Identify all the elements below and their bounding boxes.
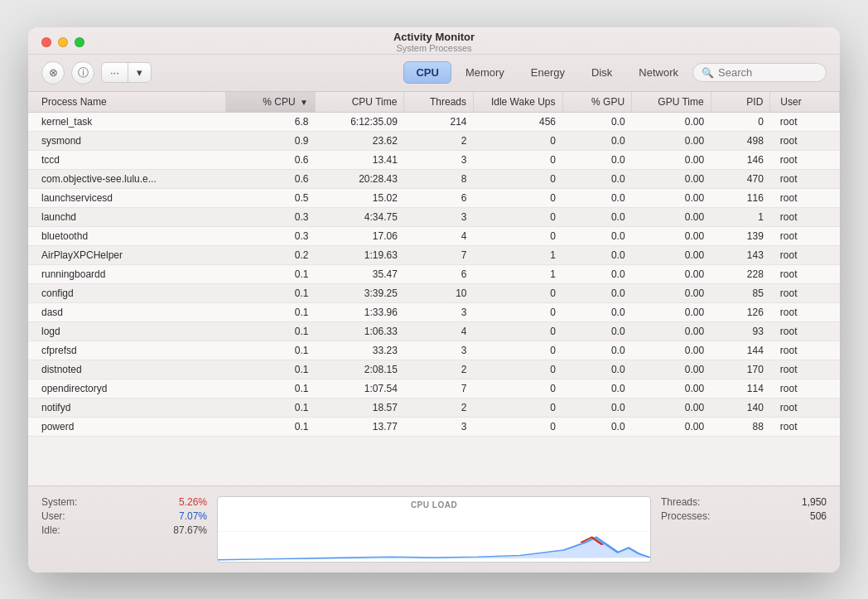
table-row[interactable]: kernel_task 6.8 6:12:35.09 214 456 0.0 0… (28, 112, 840, 131)
cell-cpu: 0.3 (226, 226, 316, 245)
cell-user: root (770, 398, 840, 417)
table-row[interactable]: powerd 0.1 13.77 3 0 0.0 0.00 88 root (28, 417, 840, 436)
col-header-process[interactable]: Process Name (28, 92, 226, 113)
cell-cputime: 1:07.54 (315, 379, 404, 398)
cell-pid: 144 (711, 341, 770, 360)
tab-network[interactable]: Network (626, 61, 691, 84)
cell-user: root (770, 379, 840, 398)
cell-process: powerd (28, 417, 226, 436)
system-stat-row: System: 5.26% (41, 496, 207, 508)
cell-threads: 214 (404, 112, 474, 131)
cell-cputime: 13.77 (315, 417, 404, 436)
table-row[interactable]: launchservicesd 0.5 15.02 6 0 0.0 0.00 1… (28, 188, 840, 207)
cell-idle: 0 (474, 417, 563, 436)
app-title: Activity Monitor System Processes (393, 31, 475, 53)
tab-disk[interactable]: Disk (579, 61, 624, 84)
table-row[interactable]: dasd 0.1 1:33.96 3 0 0.0 0.00 126 root (28, 302, 840, 321)
col-header-gputime[interactable]: GPU Time (632, 92, 711, 113)
cell-threads: 2 (404, 398, 474, 417)
tab-energy[interactable]: Energy (518, 61, 577, 84)
info-icon: ⓘ (78, 65, 89, 80)
cell-gpu: 0.0 (562, 112, 632, 131)
col-header-user[interactable]: User (770, 92, 840, 113)
cell-idle: 0 (474, 150, 563, 169)
cpu-stats: System: 5.26% User: 7.07% Idle: 87.67% (41, 496, 207, 563)
cell-threads: 2 (404, 131, 474, 150)
table-row[interactable]: configd 0.1 3:39.25 10 0 0.0 0.00 85 roo… (28, 283, 840, 302)
cell-cpu: 0.1 (226, 417, 316, 436)
stop-icon: ⊗ (49, 66, 58, 79)
cell-user: root (770, 360, 840, 379)
col-header-cputime[interactable]: CPU Time (315, 92, 404, 113)
table-row[interactable]: com.objective-see.lulu.e... 0.6 20:28.43… (28, 169, 840, 188)
cell-user: root (770, 150, 840, 169)
action-button[interactable]: ··· (102, 63, 128, 82)
table-row[interactable]: cfprefsd 0.1 33.23 3 0 0.0 0.00 144 root (28, 341, 840, 360)
table-row[interactable]: launchd 0.3 4:34.75 3 0 0.0 0.00 1 root (28, 207, 840, 226)
processes-value: 506 (810, 510, 827, 522)
cell-pid: 126 (711, 302, 770, 321)
cell-cputime: 20:28.43 (315, 169, 404, 188)
cell-cputime: 23.62 (315, 131, 404, 150)
cell-pid: 146 (711, 150, 770, 169)
cell-process: AirPlayXPCHelper (28, 245, 226, 264)
thread-stats: Threads: 1,950 Processes: 506 (661, 496, 827, 563)
table-row[interactable]: tccd 0.6 13.41 3 0 0.0 0.00 146 root (28, 150, 840, 169)
col-header-threads[interactable]: Threads (404, 92, 474, 113)
tab-cpu[interactable]: CPU (403, 61, 451, 84)
col-header-idle[interactable]: Idle Wake Ups (474, 92, 563, 113)
process-table-container[interactable]: Process Name % CPU ▼ CPU Time Threads Id… (28, 92, 840, 485)
cell-gpu: 0.0 (562, 360, 632, 379)
col-header-pid[interactable]: PID (711, 92, 770, 113)
search-box[interactable]: 🔍 (692, 63, 827, 82)
traffic-lights (41, 37, 84, 47)
cell-gpu: 0.0 (562, 169, 632, 188)
action-dropdown-button[interactable]: ▾ (128, 63, 151, 82)
cell-cpu: 0.1 (226, 321, 316, 341)
table-body: kernel_task 6.8 6:12:35.09 214 456 0.0 0… (28, 112, 840, 436)
table-row[interactable]: distnoted 0.1 2:08.15 2 0 0.0 0.00 170 r… (28, 360, 840, 379)
table-row[interactable]: sysmond 0.9 23.62 2 0 0.0 0.00 498 root (28, 131, 840, 150)
cell-pid: 139 (711, 226, 770, 245)
col-header-cpu[interactable]: % CPU ▼ (226, 92, 316, 113)
cell-user: root (770, 112, 840, 131)
table-row[interactable]: notifyd 0.1 18.57 2 0 0.0 0.00 140 root (28, 398, 840, 417)
cell-user: root (770, 341, 840, 360)
cell-user: root (770, 321, 840, 341)
table-row[interactable]: AirPlayXPCHelper 0.2 1:19.63 7 1 0.0 0.0… (28, 245, 840, 264)
tab-memory[interactable]: Memory (453, 61, 517, 84)
processes-row: Processes: 506 (661, 510, 827, 522)
stop-button[interactable]: ⊗ (41, 61, 65, 85)
table-row[interactable]: bluetoothd 0.3 17.06 4 0 0.0 0.00 139 ro… (28, 226, 840, 245)
cell-gpu: 0.0 (562, 131, 632, 150)
cell-cpu: 0.9 (226, 131, 316, 150)
cell-process: opendirectoryd (28, 379, 226, 398)
cell-gputime: 0.00 (632, 417, 711, 436)
cell-cpu: 0.3 (226, 207, 316, 226)
close-button[interactable] (41, 37, 51, 47)
cell-cpu: 0.1 (226, 302, 316, 321)
search-input[interactable] (718, 66, 817, 79)
minimize-button[interactable] (58, 37, 68, 47)
cell-cputime: 1:19.63 (315, 245, 404, 264)
info-button[interactable]: ⓘ (71, 61, 94, 85)
cell-pid: 498 (711, 131, 770, 150)
sort-arrow-icon: ▼ (300, 98, 308, 107)
cell-idle: 0 (474, 188, 563, 207)
table-row[interactable]: opendirectoryd 0.1 1:07.54 7 0 0.0 0.00 … (28, 379, 840, 398)
cell-idle: 0 (474, 379, 563, 398)
table-row[interactable]: runningboardd 0.1 35.47 6 1 0.0 0.00 228… (28, 264, 840, 283)
cell-idle: 0 (474, 131, 563, 150)
cell-pid: 143 (711, 245, 770, 264)
cell-threads: 3 (404, 341, 474, 360)
cell-pid: 140 (711, 398, 770, 417)
cell-gputime: 0.00 (632, 379, 711, 398)
cell-gputime: 0.00 (632, 321, 711, 341)
col-header-gpu[interactable]: % GPU (562, 92, 632, 113)
search-icon: 🔍 (702, 67, 714, 79)
table-row[interactable]: logd 0.1 1:06.33 4 0 0.0 0.00 93 root (28, 321, 840, 341)
cell-idle: 0 (474, 398, 563, 417)
maximize-button[interactable] (75, 37, 84, 47)
cell-gpu: 0.0 (562, 341, 632, 360)
cell-process: configd (28, 283, 226, 302)
